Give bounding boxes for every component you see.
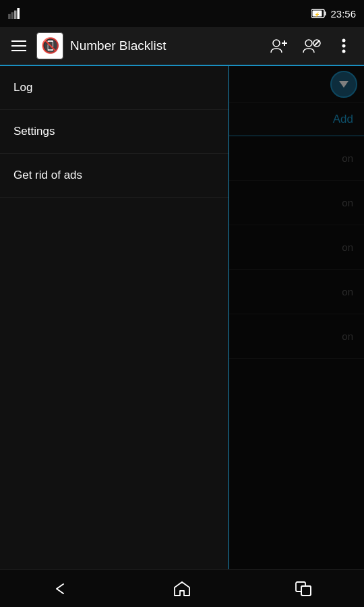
- app-title: Number Blacklist: [70, 38, 266, 53]
- drawer-backdrop[interactable]: [229, 66, 364, 569]
- back-button[interactable]: [40, 575, 81, 602]
- svg-point-18: [342, 50, 346, 53]
- svg-rect-3: [17, 8, 20, 19]
- drawer-item-settings[interactable]: Settings: [0, 110, 229, 154]
- svg-rect-1: [11, 12, 14, 19]
- add-contact-button[interactable]: [266, 32, 293, 59]
- navigation-bar: [0, 569, 364, 607]
- svg-rect-0: [8, 14, 11, 19]
- battery-icon: ⚡: [311, 9, 326, 18]
- svg-rect-2: [14, 11, 17, 19]
- home-button[interactable]: [162, 575, 202, 602]
- drawer-item-log-label: Log: [13, 81, 32, 94]
- svg-point-13: [305, 40, 312, 47]
- hamburger-button[interactable]: [7, 34, 31, 58]
- status-bar-right: ⚡ 23:56: [311, 8, 356, 20]
- svg-rect-5: [325, 11, 326, 16]
- time-display: 23:56: [330, 8, 356, 20]
- more-options-button[interactable]: [330, 32, 357, 59]
- drawer-item-log[interactable]: Log: [0, 66, 229, 110]
- status-bar: ⚡ 23:56: [0, 0, 364, 27]
- signal-icon: [8, 8, 20, 19]
- drawer-item-get-rid-of-ads[interactable]: Get rid of ads: [0, 154, 229, 198]
- navigation-drawer: Log Settings Get rid of ads: [0, 66, 229, 569]
- svg-text:⚡: ⚡: [314, 11, 320, 18]
- svg-line-15: [314, 40, 320, 46]
- app-bar: 📵 Number Blacklist: [0, 27, 364, 66]
- recent-apps-button[interactable]: [283, 575, 324, 602]
- status-bar-left: [8, 8, 20, 19]
- drawer-overlay: Log Settings Get rid of ads: [0, 66, 364, 569]
- svg-text:📵: 📵: [41, 36, 60, 55]
- app-icon: 📵: [36, 32, 63, 59]
- drawer-item-settings-label: Settings: [13, 125, 55, 138]
- block-contact-button[interactable]: [298, 32, 325, 59]
- svg-point-17: [342, 45, 346, 48]
- toolbar-icons: [266, 32, 357, 59]
- svg-point-16: [342, 39, 346, 42]
- svg-rect-20: [301, 586, 311, 596]
- svg-point-10: [273, 40, 280, 47]
- drawer-item-ads-label: Get rid of ads: [13, 169, 82, 182]
